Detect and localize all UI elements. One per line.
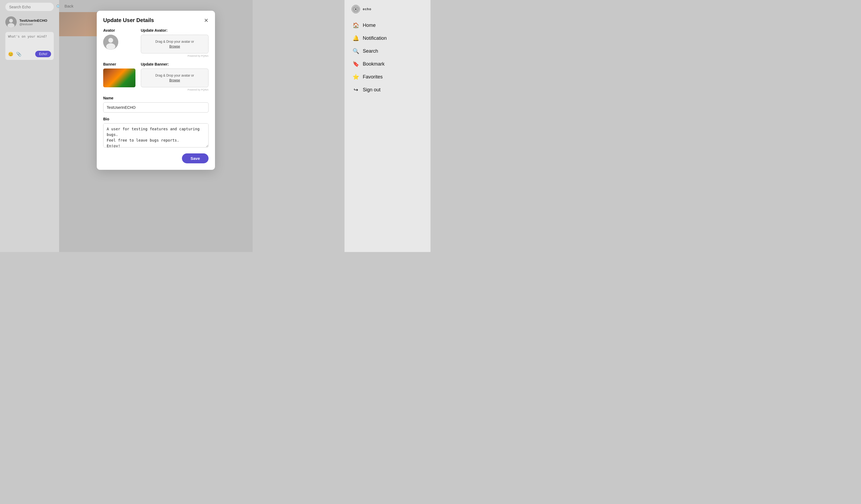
banner-upload-text: Drag & Drop your avatar or Browse	[155, 73, 194, 83]
favorites-icon: ⭐	[353, 74, 359, 80]
signout-icon: ↪	[353, 86, 359, 93]
user-profile-section: TestUserInECHO @testuser	[5, 16, 54, 28]
update-user-details-modal: Update User Details ✕ Avator Update Avat…	[97, 11, 215, 170]
post-box: 😊 📎 Echo!	[5, 32, 54, 60]
banner-preview	[103, 69, 135, 87]
sidebar-item-home-label: Home	[363, 23, 376, 28]
avatar-section: Avator Update Avator: Drag & Drop your a…	[103, 28, 208, 57]
search-bar[interactable]: 🔍	[5, 3, 54, 11]
sidebar-item-favorites[interactable]: ⭐ Favorites	[351, 71, 424, 83]
echo-logo-icon	[351, 4, 361, 14]
avatar-upload-zone[interactable]: Drag & Drop your avatar or Browse	[141, 34, 208, 54]
attachment-icon[interactable]: 📎	[16, 52, 22, 57]
avatar-powered-by: Powered by PQINA	[141, 55, 208, 57]
svg-point-9	[355, 8, 357, 10]
avatar-upload-text: Drag & Drop your avatar or Browse	[155, 39, 194, 49]
sidebar-item-home[interactable]: 🏠 Home	[351, 19, 424, 31]
username: TestUserInECHO	[19, 18, 47, 23]
svg-point-5	[106, 43, 115, 50]
banner-right: Update Banner: Drag & Drop your avatar o…	[141, 62, 208, 91]
banner-upload-zone[interactable]: Drag & Drop your avatar or Browse	[141, 69, 208, 87]
save-button[interactable]: Save	[182, 153, 208, 163]
sidebar-item-signout[interactable]: ↪ Sign out	[351, 84, 424, 96]
modal-footer: Save	[103, 153, 208, 163]
avatar-right: Update Avator: Drag & Drop your avatar o…	[141, 28, 208, 57]
name-label: Name	[103, 96, 208, 100]
sidebar-item-notification[interactable]: 🔔 Notification	[351, 32, 424, 44]
search-nav-icon: 🔍	[353, 48, 359, 54]
notification-icon: 🔔	[353, 35, 359, 41]
avatar-section-label: Avator	[103, 28, 135, 32]
bio-label: Bio	[103, 117, 208, 121]
modal-header: Update User Details ✕	[103, 17, 208, 23]
bookmark-icon: 🔖	[353, 61, 359, 67]
banner-powered-by: Powered by PQINA	[141, 88, 208, 91]
name-section: Name	[103, 96, 208, 113]
avatar	[5, 16, 17, 28]
user-handle: @testuser	[19, 23, 47, 26]
search-input[interactable]	[9, 5, 56, 9]
bio-section: Bio A user for testing features and capt…	[103, 117, 208, 149]
name-input[interactable]	[103, 102, 208, 113]
banner-left: Banner	[103, 62, 135, 87]
left-sidebar: 🔍 TestUserInECHO @testuser 😊 📎 Echo!	[0, 0, 59, 252]
sidebar-item-bookmark[interactable]: 🔖 Bookmark	[351, 58, 424, 70]
sidebar-item-notification-label: Notification	[363, 36, 387, 41]
sidebar-item-favorites-label: Favorites	[363, 74, 383, 80]
update-banner-label: Update Banner:	[141, 62, 208, 66]
svg-point-1	[9, 19, 13, 23]
banner-section: Banner Update Banner: Drag & Drop your a…	[103, 62, 208, 91]
sidebar-item-search-label: Search	[363, 48, 378, 54]
sidebar-item-search[interactable]: 🔍 Search	[351, 45, 424, 57]
avatar-browse-link[interactable]: Browse	[169, 45, 180, 48]
home-icon: 🏠	[353, 22, 359, 28]
user-info: TestUserInECHO @testuser	[19, 18, 47, 26]
modal-overlay: Update User Details ✕ Avator Update Avat…	[59, 0, 252, 252]
modal-close-button[interactable]: ✕	[204, 18, 208, 23]
post-actions: 😊 📎 Echo!	[8, 51, 51, 57]
avatar-preview	[103, 34, 118, 50]
echo-button[interactable]: Echo!	[35, 51, 51, 57]
banner-section-label: Banner	[103, 62, 135, 66]
svg-point-4	[108, 38, 113, 43]
emoji-icon[interactable]: 😊	[8, 52, 13, 57]
post-textarea[interactable]	[8, 34, 51, 48]
update-avatar-label: Update Avator:	[141, 28, 208, 32]
echo-logo: echo	[351, 4, 424, 14]
bio-textarea[interactable]: A user for testing features and capturin…	[103, 123, 208, 148]
sidebar-item-bookmark-label: Bookmark	[363, 61, 385, 67]
right-sidebar: echo 🏠 Home 🔔 Notification 🔍 Search 🔖 Bo…	[344, 0, 430, 252]
banner-browse-link[interactable]: Browse	[169, 79, 180, 82]
echo-logo-text: echo	[363, 7, 371, 11]
modal-title: Update User Details	[103, 17, 154, 23]
avatar-left: Avator	[103, 28, 135, 50]
sidebar-item-signout-label: Sign out	[363, 87, 381, 93]
